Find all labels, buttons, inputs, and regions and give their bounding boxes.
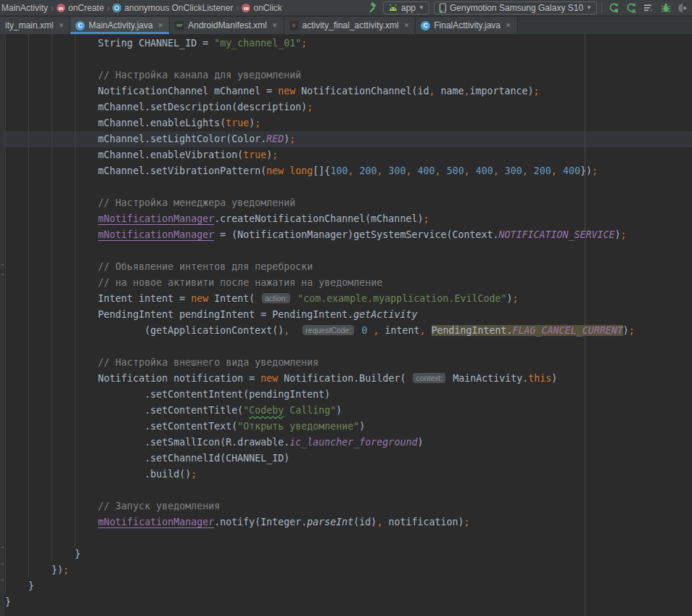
run-configuration-select[interactable]: app ▼ [383, 1, 429, 15]
tab-finalacttivity-java[interactable]: CFinalActtivity.java✕ [416, 17, 517, 34]
code-line: // Обьявление интентов для переброски [5, 259, 635, 275]
code-line: .setContentIntent(pendingIntent) [5, 387, 635, 403]
code-line [5, 482, 635, 498]
hammer-icon [366, 2, 377, 14]
method-icon: m [242, 4, 250, 12]
code-line: mNotificationManager.notify(Integer.pars… [5, 514, 635, 530]
fold-marker[interactable]: ⌄ [0, 260, 6, 267]
navigation-toolbar: MainActivity›monCreate›anonymous OnClick… [0, 0, 692, 16]
code-line [5, 179, 635, 195]
code-line: // Запуск уведомления [5, 498, 635, 514]
run-configurations-button[interactable] [641, 1, 656, 15]
breadcrumb-separator-icon: › [51, 3, 54, 13]
build-hammer-button[interactable] [364, 1, 379, 15]
breadcrumb-item[interactable]: MainActivity [1, 3, 48, 13]
breadcrumb-item[interactable]: monCreate [57, 3, 104, 13]
code-line: .setSmallIcon(R.drawable.ic_launcher_for… [5, 435, 635, 451]
code-line: Notification notification = new Notifica… [5, 371, 635, 387]
debug-icon [660, 2, 672, 14]
breadcrumb-label: MainActivity [1, 3, 48, 13]
code-line: } [5, 594, 635, 610]
profile-icon [677, 2, 689, 14]
code-line: mChannel.setDescription(description); [5, 99, 635, 115]
run-toolbar: app ▼ Genymotion Samsung Galaxy S10 ▼ A [364, 1, 692, 15]
tab-label: AndroidManifest.xml [188, 20, 267, 30]
tab-label: ity_main.xml [5, 20, 54, 30]
code-line: } [5, 578, 635, 594]
breadcrumb-label: onClick [253, 3, 281, 13]
code-line [5, 339, 635, 355]
chevron-down-icon: ▼ [586, 4, 592, 11]
code-line [5, 52, 635, 67]
close-tab-icon[interactable]: ✕ [158, 22, 164, 29]
java-class-icon: C [75, 21, 85, 30]
close-tab-icon[interactable]: ✕ [272, 22, 278, 29]
code-line: .setContentText("Открыть уведомление") [5, 419, 635, 435]
tab-androidmanifest-xml[interactable]: MFAndroidManifest.xml✕ [170, 17, 284, 34]
device-select[interactable]: Genymotion Samsung Galaxy S10 ▼ [434, 1, 597, 15]
code-line: mChannel.enableLights(true); [5, 115, 635, 131]
breadcrumb-separator-icon: › [107, 3, 110, 13]
fold-marker[interactable]: ⌃ [0, 546, 6, 553]
code-line: .build(); [5, 467, 635, 482]
code-line [5, 243, 635, 259]
toolbar-separator [601, 2, 602, 14]
fold-marker[interactable]: ⌃ [0, 579, 6, 586]
code-line: mChannel.setVibrationPattern(new long[]{… [5, 163, 635, 179]
breadcrumb-label: onCreate [68, 3, 104, 13]
tab-mainactivity-java[interactable]: CMainActivity.java✕ [70, 17, 170, 34]
code-line: NotificationChannel mChannel = new Notif… [5, 83, 635, 99]
tab-activity-final-acttivity-xml[interactable]: ≡activity_final_acttivity.xml✕ [284, 17, 416, 34]
tab-label: MainActivity.java [88, 20, 152, 30]
code-line: .setContentTitle("Codeby Calling") [5, 403, 635, 419]
device-label: Genymotion Samsung Galaxy S10 [450, 3, 583, 13]
code-line: mNotificationManager.createNotificationC… [5, 211, 635, 227]
method-icon: m [57, 4, 65, 12]
anonymous-class-icon [112, 4, 121, 12]
code-line: (getApplicationContext(), requestCode: 0… [5, 323, 635, 339]
code-line: // на новое активити после нажатия на ув… [5, 275, 635, 291]
code-line: }); [5, 562, 635, 578]
close-tab-icon[interactable]: ✕ [404, 22, 410, 29]
apply-code-changes-icon: A [625, 2, 637, 14]
chevron-down-icon: ▼ [419, 4, 424, 11]
editor-tab-bar: ity_main.xml✕CMainActivity.java✕MFAndroi… [0, 17, 692, 34]
svg-text:A: A [632, 7, 636, 14]
code-area: String CHANNEL_ID = "my_channel_01"; // … [5, 36, 635, 610]
breadcrumb-item[interactable]: anonymous OnClickListener [112, 3, 233, 13]
breadcrumb-label: anonymous OnClickListener [124, 3, 233, 13]
code-line: String CHANNEL_ID = "my_channel_01"; [5, 36, 635, 52]
tab-label: activity_final_acttivity.xml [302, 20, 399, 30]
fold-marker[interactable]: ⌃ [0, 274, 6, 280]
apply-changes-restart-button[interactable] [606, 1, 621, 15]
code-line: // Настройка менеджера уведомлений [5, 195, 635, 211]
code-line: // Настройка внешнего вида уведомления [5, 355, 635, 371]
code-line: .setChannelId(CHANNEL_ID) [5, 451, 635, 467]
code-line [5, 530, 635, 546]
code-line: mNotificationManager = (NotificationMana… [5, 227, 635, 243]
debug-button[interactable] [659, 1, 673, 15]
breadcrumb-separator-icon: › [236, 3, 239, 13]
code-line: PendingIntent pendingIntent = PendingInt… [5, 307, 635, 323]
breadcrumb-item[interactable]: monClick [242, 3, 281, 13]
fold-marker[interactable]: ⌃ [0, 563, 6, 570]
android-icon [388, 4, 398, 12]
code-editor[interactable]: String CHANNEL_ID = "my_channel_01"; // … [0, 34, 692, 616]
run-configurations-icon [643, 2, 654, 14]
profile-button[interactable] [676, 1, 691, 15]
tab-ity-main-xml[interactable]: ity_main.xml✕ [0, 17, 70, 34]
breadcrumb: MainActivity›monCreate›anonymous OnClick… [0, 0, 282, 16]
code-line: Intent intent = new Intent( action: "com… [5, 291, 635, 307]
apply-changes-restart-icon [608, 2, 619, 14]
close-tab-icon[interactable]: ✕ [506, 22, 511, 29]
run-action-buttons: A [606, 1, 691, 15]
code-line: // Настройка канала для уведомлений [5, 67, 635, 83]
close-tab-icon[interactable]: ✕ [59, 22, 65, 29]
apply-code-changes-button[interactable]: A [624, 1, 638, 15]
code-line: mChannel.enableVibration(true); [5, 147, 635, 163]
java-class-icon: C [421, 21, 430, 30]
code-line: mChannel.setLightColor(Color.RED); [5, 131, 635, 147]
phone-icon [439, 3, 447, 13]
tab-label: FinalActtivity.java [434, 20, 501, 30]
code-line: } [5, 546, 635, 562]
